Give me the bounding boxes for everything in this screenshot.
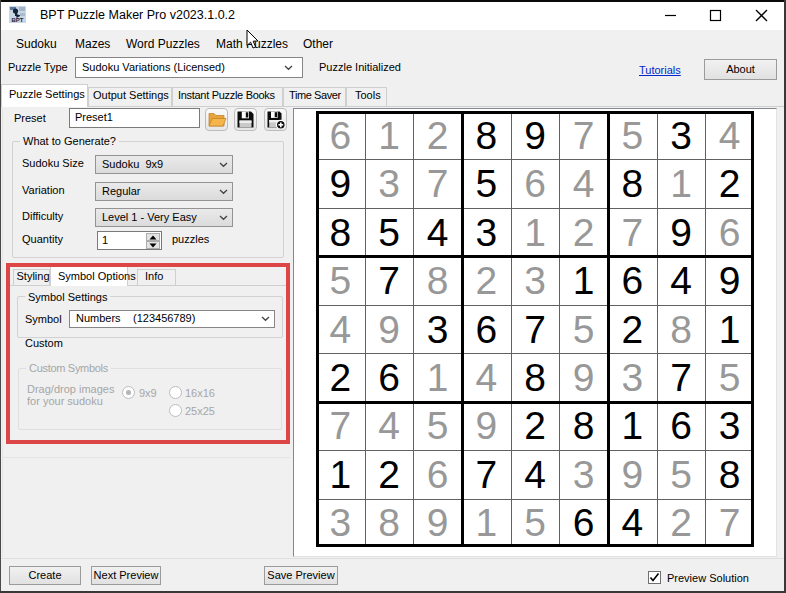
svg-text:9: 9 [573,356,595,399]
svg-text:7: 7 [524,308,546,351]
svg-text:5: 5 [475,162,497,205]
svg-text:5: 5 [670,453,692,496]
svg-text:4: 4 [670,259,692,302]
svg-text:3: 3 [719,404,741,447]
svg-text:1: 1 [524,211,546,254]
svg-text:1: 1 [719,308,741,351]
svg-text:8: 8 [621,162,643,205]
svg-text:5: 5 [573,308,595,351]
svg-text:8: 8 [329,211,351,254]
svg-text:2: 2 [427,114,449,157]
svg-text:9: 9 [621,453,643,496]
svg-text:6: 6 [427,453,449,496]
svg-text:7: 7 [378,259,400,302]
svg-text:1: 1 [329,453,351,496]
svg-text:8: 8 [378,501,400,544]
svg-text:4: 4 [427,211,449,254]
svg-text:9: 9 [329,162,351,205]
svg-text:8: 8 [670,308,692,351]
svg-text:2: 2 [378,453,400,496]
svg-text:9: 9 [378,308,400,351]
svg-text:4: 4 [621,501,643,544]
svg-text:3: 3 [427,308,449,351]
svg-text:4: 4 [719,114,741,157]
svg-text:3: 3 [573,453,595,496]
svg-text:7: 7 [621,211,643,254]
svg-text:5: 5 [621,114,643,157]
svg-text:5: 5 [524,501,546,544]
svg-text:6: 6 [378,356,400,399]
svg-text:8: 8 [524,356,546,399]
svg-text:7: 7 [475,453,497,496]
svg-text:4: 4 [475,356,497,399]
svg-text:9: 9 [427,501,449,544]
svg-text:3: 3 [378,162,400,205]
svg-text:4: 4 [524,453,546,496]
svg-text:9: 9 [670,211,692,254]
svg-text:1: 1 [670,162,692,205]
svg-text:3: 3 [329,501,351,544]
svg-text:7: 7 [573,114,595,157]
svg-text:8: 8 [719,453,741,496]
svg-text:8: 8 [475,114,497,157]
svg-text:7: 7 [670,356,692,399]
svg-text:2: 2 [621,308,643,351]
svg-text:5: 5 [329,259,351,302]
svg-text:6: 6 [475,308,497,351]
svg-text:2: 2 [524,404,546,447]
svg-text:4: 4 [573,162,595,205]
svg-text:6: 6 [621,259,643,302]
svg-text:2: 2 [573,211,595,254]
svg-text:4: 4 [378,404,400,447]
svg-text:5: 5 [719,356,741,399]
svg-text:3: 3 [621,356,643,399]
svg-text:8: 8 [573,404,595,447]
svg-text:2: 2 [475,259,497,302]
svg-text:3: 3 [670,114,692,157]
svg-text:2: 2 [670,501,692,544]
svg-text:6: 6 [670,404,692,447]
svg-text:8: 8 [427,259,449,302]
svg-text:5: 5 [427,404,449,447]
svg-text:9: 9 [524,114,546,157]
svg-text:6: 6 [329,114,351,157]
svg-text:7: 7 [427,162,449,205]
svg-text:3: 3 [475,211,497,254]
svg-text:2: 2 [719,162,741,205]
svg-text:1: 1 [475,501,497,544]
svg-text:5: 5 [378,211,400,254]
svg-text:7: 7 [719,501,741,544]
svg-text:2: 2 [329,356,351,399]
svg-text:4: 4 [329,308,351,351]
svg-text:3: 3 [524,259,546,302]
svg-text:1: 1 [427,356,449,399]
svg-text:BPT: BPT [12,17,24,23]
svg-text:6: 6 [573,501,595,544]
svg-text:6: 6 [524,162,546,205]
svg-text:9: 9 [475,404,497,447]
svg-text:1: 1 [573,259,595,302]
svg-text:1: 1 [378,114,400,157]
svg-text:7: 7 [329,404,351,447]
svg-text:6: 6 [719,211,741,254]
svg-text:9: 9 [719,259,741,302]
svg-text:1: 1 [621,404,643,447]
